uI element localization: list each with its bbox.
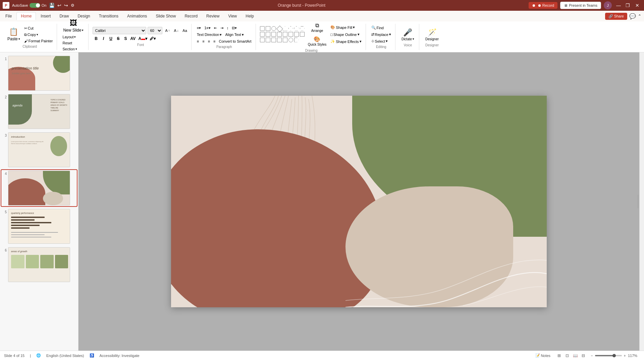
reset-button[interactable]: Reset bbox=[61, 40, 86, 46]
change-case-button[interactable]: Aa bbox=[181, 28, 188, 33]
decrease-font-button[interactable]: A↓ bbox=[172, 28, 180, 33]
dictate-button[interactable]: 🎤 Dictate ▾ bbox=[399, 27, 416, 42]
zoom-level[interactable]: 117% bbox=[628, 354, 640, 358]
redo-qat-button[interactable]: ↪ bbox=[64, 3, 68, 8]
autosave-toggle[interactable] bbox=[30, 3, 40, 8]
kerning-button[interactable]: AV bbox=[129, 35, 136, 42]
paste-label: Paste bbox=[7, 37, 18, 41]
slideshow-view-button[interactable]: ⊟ bbox=[580, 352, 587, 359]
slide-num-4: 4 bbox=[2, 172, 7, 176]
bold-button[interactable]: B bbox=[93, 35, 99, 42]
shapes-grid[interactable] bbox=[260, 26, 305, 43]
save-qat-button[interactable]: 💾 bbox=[49, 3, 55, 8]
copy-dropdown[interactable]: ▾ bbox=[37, 33, 38, 36]
collapse-ribbon-icon[interactable]: ⌃ bbox=[638, 14, 641, 18]
slide-thumb-2[interactable]: 2 agenda TOPICS COVEREDPRIMARY GOALSAREA… bbox=[1, 93, 77, 130]
increase-indent-button[interactable]: ⇥ bbox=[219, 25, 225, 31]
present-teams-button[interactable]: 🖥 Present in Teams bbox=[560, 2, 601, 9]
window-title: Orange burst - PowerPoint bbox=[278, 3, 325, 8]
slide-thumb-1[interactable]: 1 presentation title Subtitle goes here bbox=[1, 55, 77, 91]
text-direction-button[interactable]: Text Direction▾ bbox=[196, 32, 223, 38]
italic-button[interactable]: I bbox=[100, 35, 107, 42]
notes-button[interactable]: 📝 Notes bbox=[534, 353, 552, 358]
justify-button[interactable]: ≡ bbox=[212, 39, 217, 44]
designer-button[interactable]: 🪄 Designer bbox=[423, 27, 441, 42]
tab-record[interactable]: Record bbox=[180, 12, 202, 20]
columns-button[interactable]: ⊟▾ bbox=[230, 25, 238, 31]
tab-view[interactable]: View bbox=[224, 12, 241, 20]
cut-button[interactable]: ✂ Cut bbox=[23, 26, 54, 31]
paste-button[interactable]: 📋 Paste ▾ bbox=[5, 26, 22, 43]
new-slide-dropdown[interactable]: ▾ bbox=[82, 29, 84, 32]
tab-home[interactable]: Home bbox=[16, 12, 36, 20]
highlight-button[interactable]: 🖊▾ bbox=[149, 35, 156, 42]
tab-insert[interactable]: Insert bbox=[37, 12, 55, 20]
underline-button[interactable]: U bbox=[107, 35, 114, 42]
reading-view-button[interactable]: 📖 bbox=[572, 352, 579, 359]
slide-preview-6: areas of growth bbox=[8, 247, 70, 282]
accessibility-icon[interactable]: ♿ bbox=[90, 353, 94, 358]
strikethrough-button[interactable]: S bbox=[115, 35, 121, 42]
paste-dropdown-arrow[interactable]: ▾ bbox=[18, 37, 20, 41]
quick-styles-button[interactable]: 🎨 Quick Styles bbox=[306, 35, 329, 48]
more-qat-button[interactable]: ⚙ bbox=[71, 3, 74, 8]
zoom-slider[interactable] bbox=[595, 355, 622, 356]
arrange-button[interactable]: ⧉ Arrange bbox=[306, 21, 329, 34]
format-painter-button[interactable]: 🖌 Format Painter bbox=[23, 38, 54, 44]
bullets-button[interactable]: ≡▾ bbox=[196, 25, 202, 31]
user-avatar[interactable]: J bbox=[604, 1, 612, 9]
numbering-button[interactable]: 1≡▾ bbox=[203, 25, 212, 31]
normal-view-button[interactable]: ⊞ bbox=[556, 352, 562, 359]
replace-button[interactable]: ⇄ Replace▾ bbox=[370, 32, 392, 37]
shadow-button[interactable]: S bbox=[122, 35, 129, 42]
canvas-decorative-lines bbox=[345, 207, 547, 307]
font-group: Calibri 60 A↑ A↓ Aa B I U S S AV A ▬ ▾ 🖊… bbox=[90, 24, 191, 50]
designer-icon: 🪄 bbox=[428, 28, 437, 37]
slide-thumb-6[interactable]: 6 areas of growth bbox=[1, 246, 77, 283]
tab-file[interactable]: File bbox=[1, 12, 16, 20]
close-button[interactable]: ✕ bbox=[633, 3, 641, 8]
comments-icon[interactable]: 💬 bbox=[629, 13, 636, 19]
font-color-dropdown[interactable]: A ▬ ▾ bbox=[137, 35, 149, 42]
convert-smartart-button[interactable]: Convert to SmartArt bbox=[217, 39, 253, 44]
minimize-button[interactable]: — bbox=[614, 3, 623, 8]
tab-review[interactable]: Review bbox=[202, 12, 223, 20]
shape-fill-button[interactable]: 🎨 Shape Fill▾ bbox=[329, 25, 363, 30]
font-name-select[interactable]: Calibri bbox=[93, 27, 146, 34]
slide-sorter-button[interactable]: ⊡ bbox=[564, 352, 571, 359]
layout-button[interactable]: Layout ▾ bbox=[61, 34, 86, 40]
select-button[interactable]: ⊹ Select▾ bbox=[370, 38, 392, 44]
line-spacing-button[interactable]: ↕ bbox=[225, 25, 230, 31]
slide-num-6: 6 bbox=[2, 249, 7, 252]
tab-slideshow[interactable]: Slide Show bbox=[152, 12, 180, 20]
restore-button[interactable]: ❐ bbox=[624, 3, 632, 8]
canvas-area[interactable] bbox=[78, 52, 639, 351]
shape-outline-button[interactable]: □ Shape Outline▾ bbox=[329, 32, 363, 37]
undo-qat-button[interactable]: ↩ bbox=[57, 3, 61, 8]
new-slide-button[interactable]: 🖼 New Slide ▾ bbox=[61, 17, 86, 34]
align-left-button[interactable]: ≡ bbox=[196, 39, 200, 44]
align-right-button[interactable]: ≡ bbox=[207, 39, 211, 44]
find-button[interactable]: 🔍 Find bbox=[370, 25, 392, 31]
slide-thumb-3[interactable]: 3 introduction Lorem ipsum dolor sit ame… bbox=[1, 132, 77, 168]
tab-transitions[interactable]: Transitions bbox=[95, 12, 122, 20]
zoom-out-button[interactable]: − bbox=[591, 354, 593, 358]
cut-icon: ✂ bbox=[24, 26, 27, 31]
shape-effects-button[interactable]: ✨ Shape Effects▾ bbox=[329, 39, 363, 44]
align-center-button[interactable]: ≡ bbox=[201, 39, 206, 44]
increase-font-button[interactable]: A↑ bbox=[164, 28, 171, 33]
zoom-slider-thumb[interactable] bbox=[612, 354, 616, 357]
designer-group: 🪄 Designer Designer bbox=[421, 24, 443, 50]
zoom-in-button[interactable]: + bbox=[624, 354, 626, 358]
copy-button[interactable]: ⧉ Copy ▾ bbox=[23, 32, 54, 38]
tab-animations[interactable]: Animations bbox=[123, 12, 151, 20]
font-size-select[interactable]: 60 bbox=[148, 27, 162, 34]
section-button[interactable]: Section ▾ bbox=[61, 46, 86, 52]
tab-help[interactable]: Help bbox=[241, 12, 258, 20]
decrease-indent-button[interactable]: ⇤ bbox=[213, 25, 218, 31]
align-text-button[interactable]: Align Text▾ bbox=[224, 32, 245, 38]
slide-thumb-5[interactable]: 5 quarterly performance bbox=[1, 208, 77, 244]
share-button[interactable]: 🔗 Share bbox=[605, 13, 627, 20]
slide-thumb-4[interactable]: 4 bbox=[1, 170, 77, 206]
record-button[interactable]: ⏺ ⏺ Record bbox=[529, 2, 558, 9]
